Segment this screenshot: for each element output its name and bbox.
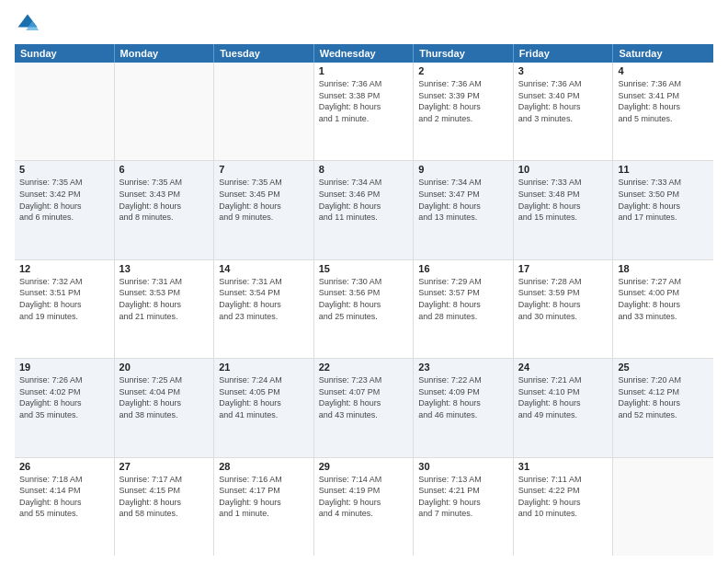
cal-cell-1-2: 7Sunrise: 7:35 AMSunset: 3:45 PMDaylight…: [214, 161, 314, 259]
cal-cell-2-4: 16Sunrise: 7:29 AMSunset: 3:57 PMDayligh…: [414, 260, 514, 358]
cal-cell-0-4: 2Sunrise: 7:36 AMSunset: 3:39 PMDaylight…: [414, 63, 514, 160]
cal-cell-3-2: 21Sunrise: 7:24 AMSunset: 4:05 PMDayligh…: [214, 359, 314, 456]
day-number: 11: [618, 164, 709, 175]
cell-detail: Sunrise: 7:36 AMSunset: 3:41 PMDaylight:…: [618, 78, 709, 124]
cal-cell-2-3: 15Sunrise: 7:30 AMSunset: 3:56 PMDayligh…: [314, 260, 415, 358]
day-number: 10: [518, 164, 609, 175]
cal-cell-1-0: 5Sunrise: 7:35 AMSunset: 3:42 PMDaylight…: [15, 161, 115, 259]
cell-detail: Sunrise: 7:35 AMSunset: 3:42 PMDaylight:…: [19, 177, 109, 223]
day-number: 12: [19, 263, 109, 274]
day-number: 15: [319, 263, 409, 274]
day-number: 4: [618, 65, 709, 76]
cal-cell-3-4: 23Sunrise: 7:22 AMSunset: 4:09 PMDayligh…: [414, 359, 514, 456]
cell-detail: Sunrise: 7:11 AMSunset: 4:22 PMDaylight:…: [518, 474, 609, 520]
cal-cell-3-3: 22Sunrise: 7:23 AMSunset: 4:07 PMDayligh…: [314, 359, 415, 456]
cal-cell-1-4: 9Sunrise: 7:34 AMSunset: 3:47 PMDaylight…: [414, 161, 514, 259]
day-number: 2: [418, 65, 508, 76]
page: SundayMondayTuesdayWednesdayThursdayFrid…: [0, 0, 728, 563]
logo-icon: [15, 11, 40, 37]
day-number: 30: [418, 461, 508, 472]
cell-detail: Sunrise: 7:31 AMSunset: 3:53 PMDaylight:…: [119, 276, 210, 322]
cell-detail: Sunrise: 7:13 AMSunset: 4:21 PMDaylight:…: [418, 474, 508, 520]
cal-cell-4-3: 29Sunrise: 7:14 AMSunset: 4:19 PMDayligh…: [314, 458, 415, 556]
day-number: 6: [119, 164, 210, 175]
header-day-sunday: Sunday: [15, 44, 115, 63]
day-number: 14: [219, 263, 309, 274]
cal-cell-3-5: 24Sunrise: 7:21 AMSunset: 4:10 PMDayligh…: [514, 359, 614, 456]
header-day-wednesday: Wednesday: [314, 44, 415, 63]
day-number: 23: [418, 362, 508, 373]
cell-detail: Sunrise: 7:33 AMSunset: 3:48 PMDaylight:…: [518, 177, 609, 223]
cal-cell-0-2: [214, 63, 314, 160]
cal-cell-4-2: 28Sunrise: 7:16 AMSunset: 4:17 PMDayligh…: [214, 458, 314, 556]
cal-cell-0-0: [15, 63, 115, 160]
calendar-row-0: 1Sunrise: 7:36 AMSunset: 3:38 PMDaylight…: [15, 63, 713, 161]
cal-cell-4-1: 27Sunrise: 7:17 AMSunset: 4:15 PMDayligh…: [115, 458, 215, 556]
cell-detail: Sunrise: 7:18 AMSunset: 4:14 PMDaylight:…: [19, 474, 109, 520]
day-number: 29: [319, 461, 409, 472]
cell-detail: Sunrise: 7:31 AMSunset: 3:54 PMDaylight:…: [219, 276, 309, 322]
cal-cell-0-1: [115, 63, 215, 160]
day-number: 1: [319, 65, 409, 76]
cal-cell-1-6: 11Sunrise: 7:33 AMSunset: 3:50 PMDayligh…: [613, 161, 713, 259]
day-number: 26: [19, 461, 109, 472]
cal-cell-2-6: 18Sunrise: 7:27 AMSunset: 4:00 PMDayligh…: [613, 260, 713, 358]
calendar-row-1: 5Sunrise: 7:35 AMSunset: 3:42 PMDaylight…: [15, 161, 713, 259]
logo: [15, 11, 44, 37]
cal-cell-4-4: 30Sunrise: 7:13 AMSunset: 4:21 PMDayligh…: [414, 458, 514, 556]
calendar-row-4: 26Sunrise: 7:18 AMSunset: 4:14 PMDayligh…: [15, 458, 713, 556]
cell-detail: Sunrise: 7:14 AMSunset: 4:19 PMDaylight:…: [319, 474, 409, 520]
cell-detail: Sunrise: 7:24 AMSunset: 4:05 PMDaylight:…: [219, 374, 309, 420]
cal-cell-2-1: 13Sunrise: 7:31 AMSunset: 3:53 PMDayligh…: [115, 260, 215, 358]
cell-detail: Sunrise: 7:33 AMSunset: 3:50 PMDaylight:…: [618, 177, 709, 223]
day-number: 18: [618, 263, 709, 274]
cell-detail: Sunrise: 7:30 AMSunset: 3:56 PMDaylight:…: [319, 276, 409, 322]
day-number: 13: [119, 263, 210, 274]
cell-detail: Sunrise: 7:20 AMSunset: 4:12 PMDaylight:…: [618, 374, 709, 420]
header-day-tuesday: Tuesday: [214, 44, 314, 63]
cell-detail: Sunrise: 7:32 AMSunset: 3:51 PMDaylight:…: [19, 276, 109, 322]
cal-cell-0-6: 4Sunrise: 7:36 AMSunset: 3:41 PMDaylight…: [613, 63, 713, 160]
cell-detail: Sunrise: 7:36 AMSunset: 3:38 PMDaylight:…: [319, 78, 409, 124]
header-day-saturday: Saturday: [613, 44, 713, 63]
day-number: 17: [518, 263, 609, 274]
day-number: 24: [518, 362, 609, 373]
calendar-body: 1Sunrise: 7:36 AMSunset: 3:38 PMDaylight…: [15, 63, 713, 556]
calendar-header: SundayMondayTuesdayWednesdayThursdayFrid…: [15, 44, 713, 63]
cell-detail: Sunrise: 7:27 AMSunset: 4:00 PMDaylight:…: [618, 276, 709, 322]
day-number: 3: [518, 65, 609, 76]
cell-detail: Sunrise: 7:34 AMSunset: 3:46 PMDaylight:…: [319, 177, 409, 223]
calendar-row-2: 12Sunrise: 7:32 AMSunset: 3:51 PMDayligh…: [15, 260, 713, 359]
cal-cell-1-1: 6Sunrise: 7:35 AMSunset: 3:43 PMDaylight…: [115, 161, 215, 259]
day-number: 22: [319, 362, 409, 373]
cal-cell-4-5: 31Sunrise: 7:11 AMSunset: 4:22 PMDayligh…: [514, 458, 614, 556]
cell-detail: Sunrise: 7:17 AMSunset: 4:15 PMDaylight:…: [119, 474, 210, 520]
cell-detail: Sunrise: 7:29 AMSunset: 3:57 PMDaylight:…: [418, 276, 508, 322]
cell-detail: Sunrise: 7:35 AMSunset: 3:43 PMDaylight:…: [119, 177, 210, 223]
calendar: SundayMondayTuesdayWednesdayThursdayFrid…: [15, 44, 713, 556]
day-number: 21: [219, 362, 309, 373]
cell-detail: Sunrise: 7:34 AMSunset: 3:47 PMDaylight:…: [418, 177, 508, 223]
cell-detail: Sunrise: 7:36 AMSunset: 3:40 PMDaylight:…: [518, 78, 609, 124]
day-number: 25: [618, 362, 709, 373]
cell-detail: Sunrise: 7:21 AMSunset: 4:10 PMDaylight:…: [518, 374, 609, 420]
header-day-thursday: Thursday: [414, 44, 514, 63]
header-day-friday: Friday: [514, 44, 614, 63]
cal-cell-3-0: 19Sunrise: 7:26 AMSunset: 4:02 PMDayligh…: [15, 359, 115, 456]
cal-cell-1-3: 8Sunrise: 7:34 AMSunset: 3:46 PMDaylight…: [314, 161, 415, 259]
day-number: 8: [319, 164, 409, 175]
cell-detail: Sunrise: 7:16 AMSunset: 4:17 PMDaylight:…: [219, 474, 309, 520]
cal-cell-0-3: 1Sunrise: 7:36 AMSunset: 3:38 PMDaylight…: [314, 63, 415, 160]
cell-detail: Sunrise: 7:36 AMSunset: 3:39 PMDaylight:…: [418, 78, 508, 124]
cell-detail: Sunrise: 7:26 AMSunset: 4:02 PMDaylight:…: [19, 374, 109, 420]
calendar-row-3: 19Sunrise: 7:26 AMSunset: 4:02 PMDayligh…: [15, 359, 713, 457]
day-number: 5: [19, 164, 109, 175]
day-number: 27: [119, 461, 210, 472]
cal-cell-4-6: [613, 458, 713, 556]
cal-cell-3-6: 25Sunrise: 7:20 AMSunset: 4:12 PMDayligh…: [613, 359, 713, 456]
cell-detail: Sunrise: 7:25 AMSunset: 4:04 PMDaylight:…: [119, 374, 210, 420]
day-number: 28: [219, 461, 309, 472]
cal-cell-1-5: 10Sunrise: 7:33 AMSunset: 3:48 PMDayligh…: [514, 161, 614, 259]
cell-detail: Sunrise: 7:35 AMSunset: 3:45 PMDaylight:…: [219, 177, 309, 223]
cell-detail: Sunrise: 7:28 AMSunset: 3:59 PMDaylight:…: [518, 276, 609, 322]
